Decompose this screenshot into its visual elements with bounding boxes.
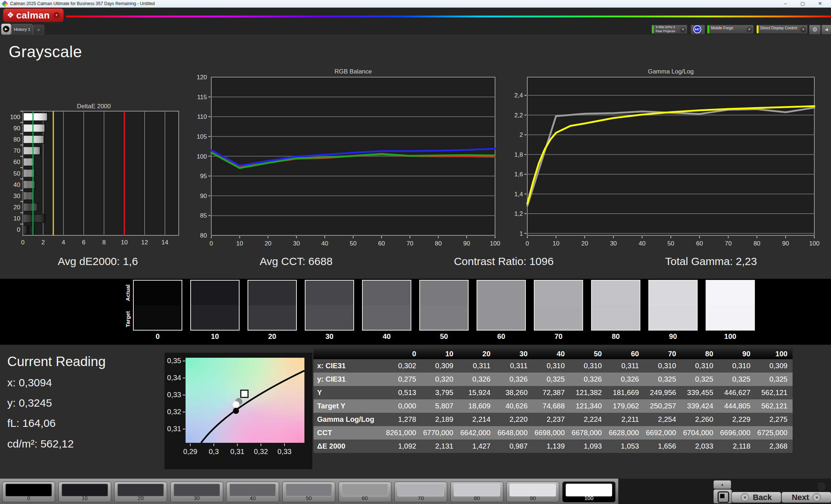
svg-text:85: 85 — [200, 212, 207, 219]
strip-target-100 — [706, 305, 754, 330]
cie-y-tick — [183, 395, 185, 395]
pattern-swatch — [398, 484, 444, 496]
pattern-level-button-50[interactable]: 50 — [282, 482, 335, 502]
svg-text:2,4: 2,4 — [514, 92, 523, 99]
expand-toolbar-button[interactable]: ▲ — [713, 480, 731, 489]
pattern-level-button-0[interactable]: 0 — [2, 482, 55, 502]
pattern-level-button-70[interactable]: 70 — [394, 482, 447, 502]
table-row-label: ΔE 2000 — [313, 442, 384, 450]
pattern-level-label: 40 — [227, 495, 279, 501]
table-cell: 2,260 — [681, 415, 718, 424]
table-cell: 8261,000 — [384, 429, 421, 437]
table-cell: 74,688 — [533, 402, 570, 410]
pattern-level-button-90[interactable]: 90 — [506, 482, 559, 502]
calman-menu-button[interactable]: ❖ calman ▼ — [3, 8, 64, 22]
table-cell: 0,275 — [384, 375, 421, 383]
table-cell: 0,325 — [718, 375, 755, 383]
svg-text:1,6: 1,6 — [514, 171, 523, 178]
pattern-level-button-20[interactable]: 20 — [114, 482, 167, 502]
minimize-button[interactable]: – — [779, 0, 791, 8]
svg-text:100: 100 — [809, 240, 819, 247]
stat-total-gamma: Total Gamma: 2,23 — [631, 255, 791, 270]
strip-swatch-label: 90 — [648, 332, 698, 341]
strip-target-20 — [248, 305, 296, 330]
cie-chart-overlay — [186, 358, 304, 443]
close-button[interactable]: ✕ — [814, 0, 826, 8]
strip-target-40 — [363, 305, 411, 330]
table-cell: 0,326 — [458, 375, 495, 383]
table-cell: 0,309 — [756, 362, 793, 370]
maximize-button[interactable]: ▢ — [797, 0, 809, 8]
pattern-level-label: 80 — [451, 495, 503, 501]
pattern-level-button-60[interactable]: 60 — [338, 482, 391, 502]
table-cell: 2,214 — [458, 415, 495, 424]
svg-text:10: 10 — [13, 215, 20, 222]
gamma-chart: 11,21,41,61,822,22,401020304050607080901… — [507, 72, 831, 248]
svg-text:80: 80 — [13, 136, 20, 143]
pattern-level-label: 30 — [171, 495, 223, 501]
table-column-header: 10 — [421, 350, 458, 358]
chevron-down-icon: ▼ — [800, 26, 806, 33]
meter-count-button[interactable]: 647 — [690, 25, 705, 35]
pattern-level-button-30[interactable]: 30 — [170, 482, 223, 502]
strip-target-70 — [535, 305, 582, 330]
add-tab-button[interactable]: + — [33, 25, 44, 35]
page-title: Grayscale — [9, 43, 82, 61]
history-play-button[interactable]: ▶ — [1, 24, 11, 35]
table-cell: 3,795 — [421, 388, 458, 397]
table-cell: 2,131 — [421, 442, 458, 450]
strip-swatch-label: 50 — [419, 332, 469, 341]
pattern-swatch — [5, 484, 52, 496]
table-column-header: 100 — [756, 350, 793, 358]
table-column-header: 20 — [458, 350, 495, 358]
table-row-label: Target Y — [313, 402, 384, 410]
table-cell: 121,340 — [570, 402, 607, 410]
meter-dropdown[interactable]: X-Rite i1Pro 3 Rear Projector ▼ — [651, 25, 687, 34]
svg-text:115: 115 — [197, 94, 207, 101]
table-cell: 0,326 — [570, 375, 607, 383]
strip-actual-100 — [706, 281, 754, 305]
collapse-panel-button[interactable]: ◀ — [821, 25, 831, 35]
svg-text:6: 6 — [82, 239, 85, 246]
table-cell: 0,326 — [607, 375, 644, 383]
table-cell: 2,275 — [756, 415, 793, 424]
strip-swatch-label: 60 — [476, 332, 527, 341]
settings-button[interactable]: ⚙ — [809, 25, 821, 35]
table-cell: 562,121 — [756, 388, 793, 397]
svg-text:90: 90 — [13, 125, 20, 132]
tab-history-1[interactable]: History 1 — [11, 24, 33, 35]
svg-text:4: 4 — [62, 239, 65, 246]
display-control-dropdown[interactable]: Direct Display Control ▼ — [756, 25, 808, 34]
svg-text:90: 90 — [200, 193, 207, 200]
pattern-window-button[interactable] — [713, 489, 732, 504]
pattern-level-button-100[interactable]: 100 — [562, 482, 615, 502]
next-button[interactable]: Next » — [781, 492, 831, 503]
table-cell: 6628,000 — [607, 429, 644, 437]
svg-text:1,4: 1,4 — [514, 191, 523, 198]
strip-actual-70 — [535, 281, 582, 305]
svg-text:2: 2 — [520, 131, 523, 138]
cie-y-tick-label: 0,32 — [162, 408, 181, 416]
pattern-level-button-10[interactable]: 10 — [58, 482, 111, 502]
svg-text:90: 90 — [463, 240, 470, 247]
strip-target-90 — [649, 305, 697, 330]
svg-text:10: 10 — [121, 239, 128, 246]
pattern-source-dropdown[interactable]: Mobile Forge ▼ — [707, 25, 754, 34]
strip-target-0 — [134, 305, 182, 330]
pattern-level-button-80[interactable]: 80 — [450, 482, 503, 502]
table-cell: 0,320 — [421, 375, 458, 383]
table-cell: 0,513 — [384, 388, 421, 397]
svg-text:80: 80 — [200, 232, 207, 239]
back-button[interactable]: « Back — [731, 492, 781, 503]
target-square-marker — [241, 390, 248, 398]
table-cell: 0,311 — [607, 362, 644, 370]
next-arrows-icon: » — [813, 493, 821, 501]
svg-text:50: 50 — [350, 240, 357, 247]
pattern-swatch — [62, 484, 108, 496]
svg-text:70: 70 — [407, 240, 414, 247]
table-row-label: x: CIE31 — [313, 362, 384, 370]
pattern-level-button-40[interactable]: 40 — [226, 482, 279, 502]
pattern-swatch — [229, 484, 276, 496]
table-row-label: Y — [313, 388, 384, 397]
table-cell: 2,118 — [718, 442, 755, 450]
